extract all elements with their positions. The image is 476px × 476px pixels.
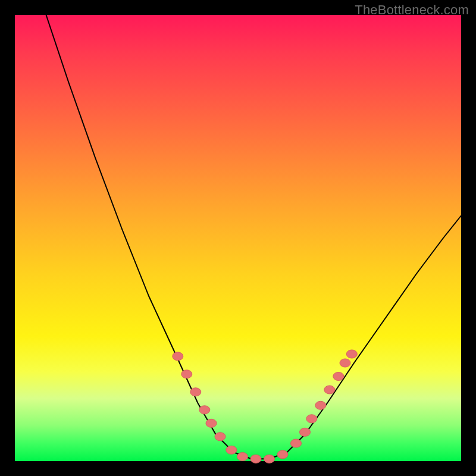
- curve-marker: [277, 450, 288, 459]
- curve-marker: [237, 452, 248, 461]
- curve-marker: [306, 415, 317, 423]
- curve-marker: [264, 455, 275, 463]
- curve-marker: [291, 439, 302, 447]
- curve-marker: [315, 401, 326, 409]
- chart-frame: TheBottleneck.com: [0, 0, 476, 476]
- curve-marker: [181, 370, 192, 378]
- bottleneck-curve: [46, 15, 462, 459]
- curve-marker: [206, 419, 217, 427]
- curve-marker: [300, 428, 311, 436]
- curve-svg: [15, 15, 461, 461]
- curve-marker: [215, 433, 226, 441]
- curve-marker: [226, 446, 237, 454]
- curve-marker: [173, 352, 183, 361]
- curve-marker: [333, 372, 344, 380]
- plot-area: [15, 15, 461, 461]
- curve-marker: [199, 406, 210, 414]
- curve-marker: [250, 455, 261, 463]
- curve-marker: [190, 388, 201, 396]
- curve-marker: [346, 350, 357, 358]
- curve-marker: [324, 386, 335, 394]
- curve-marker: [340, 359, 350, 367]
